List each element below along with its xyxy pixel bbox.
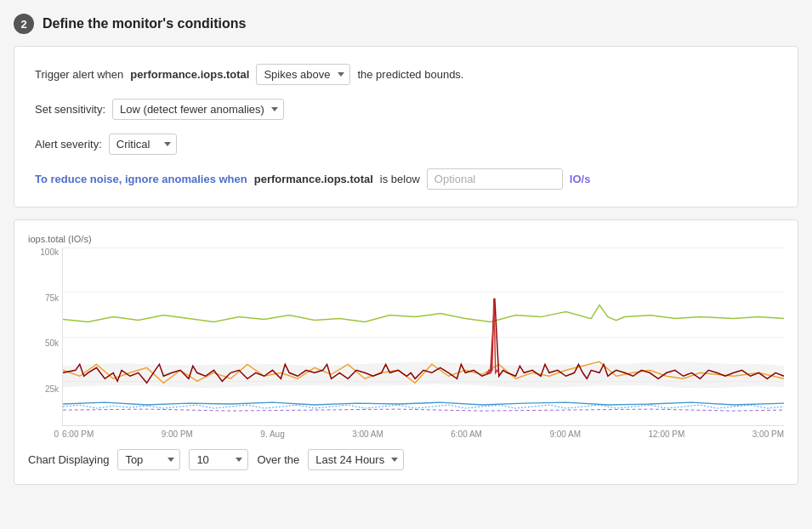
x-label-2: 9:00 PM bbox=[162, 429, 193, 439]
chart-range-select[interactable]: Last 24 Hours Last 7 Days Last 30 Days bbox=[308, 449, 404, 470]
step-badge: 2 bbox=[14, 14, 34, 34]
trigger-prefix: Trigger alert when bbox=[35, 68, 123, 81]
x-label-8: 3:00 PM bbox=[752, 429, 784, 439]
severity-label: Alert severity: bbox=[35, 138, 102, 151]
chart-displaying-label: Chart Displaying bbox=[28, 453, 109, 466]
y-label-75k: 75k bbox=[30, 293, 59, 303]
chart-svg bbox=[63, 247, 784, 425]
y-label-50k: 50k bbox=[30, 338, 59, 348]
section-title: Define the monitor's conditions bbox=[43, 16, 246, 31]
noise-prefix: To reduce noise, ignore anomalies when bbox=[35, 173, 247, 185]
noise-mid: is below bbox=[380, 173, 420, 185]
x-label-3: 9. Aug bbox=[260, 429, 284, 439]
noise-row: To reduce noise, ignore anomalies when p… bbox=[35, 168, 777, 190]
sensitivity-row: Set sensitivity: Low (detect fewer anoma… bbox=[35, 99, 777, 120]
severity-row: Alert severity: Critical Warning Info bbox=[35, 134, 777, 155]
conditions-card: Trigger alert when performance.iops.tota… bbox=[14, 46, 798, 208]
noise-metric: performance.iops.total bbox=[254, 173, 373, 185]
trigger-suffix: the predicted bounds. bbox=[357, 68, 463, 81]
over-the-label: Over the bbox=[257, 453, 299, 466]
optional-input[interactable] bbox=[427, 168, 563, 190]
severity-select[interactable]: Critical Warning Info bbox=[109, 134, 177, 155]
spike-select[interactable]: Spikes above Drops below Changes bbox=[256, 64, 350, 85]
chart-card: iops.total (IO/s) 100k 75k 50k 25k 0 bbox=[14, 219, 798, 485]
y-label-25k: 25k bbox=[30, 384, 59, 394]
section-header: 2 Define the monitor's conditions bbox=[14, 14, 798, 34]
chart-display-select[interactable]: Top Bottom bbox=[117, 449, 180, 470]
chart-y-label: iops.total (IO/s) bbox=[28, 234, 784, 244]
y-axis-labels: 100k 75k 50k 25k 0 bbox=[30, 247, 59, 439]
x-label-4: 3:00 AM bbox=[352, 429, 383, 439]
trigger-row: Trigger alert when performance.iops.tota… bbox=[35, 64, 777, 85]
x-axis-labels: 6:00 PM 9:00 PM 9. Aug 3:00 AM 6:00 AM 9… bbox=[62, 426, 784, 439]
x-label-5: 6:00 AM bbox=[451, 429, 482, 439]
sensitivity-select[interactable]: Low (detect fewer anomalies) Medium High bbox=[112, 99, 284, 120]
trigger-metric: performance.iops.total bbox=[130, 68, 249, 81]
x-label-7: 12:00 PM bbox=[649, 429, 685, 439]
chart-area bbox=[62, 247, 784, 426]
x-label-1: 6:00 PM bbox=[62, 429, 94, 439]
chart-wrapper: 100k 75k 50k 25k 0 bbox=[62, 247, 784, 439]
y-label-0: 0 bbox=[30, 429, 59, 439]
unit-label: IO/s bbox=[570, 173, 591, 185]
chart-footer: Chart Displaying Top Bottom 5 10 25 50 O… bbox=[28, 449, 784, 470]
y-label-100k: 100k bbox=[30, 247, 59, 257]
chart-count-select[interactable]: 5 10 25 50 bbox=[189, 449, 248, 470]
sensitivity-label: Set sensitivity: bbox=[35, 103, 105, 116]
x-label-6: 9:00 AM bbox=[549, 429, 581, 439]
